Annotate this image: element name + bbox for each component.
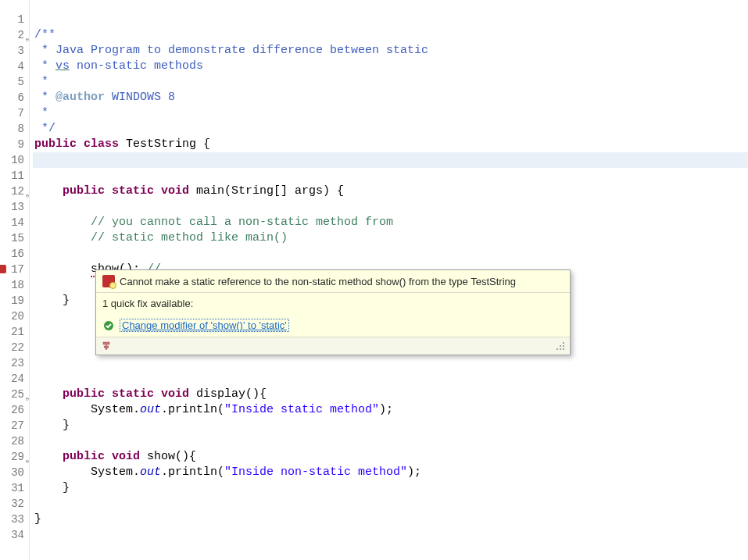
line-number: 34 — [0, 527, 24, 543]
line-number: 33 — [0, 512, 24, 527]
fold-collapse-icon[interactable]: ⊖ — [22, 188, 29, 195]
line-number: 14 — [0, 215, 24, 230]
tooltip-footer — [96, 337, 570, 355]
svg-rect-1 — [103, 342, 109, 344]
code-line[interactable]: } — [33, 480, 748, 496]
line-number: 26 — [0, 402, 24, 418]
line-number: 20 — [0, 309, 24, 324]
line-number: 27 — [0, 418, 24, 433]
error-marker-icon[interactable] — [0, 265, 6, 273]
line-number: 6 — [0, 90, 24, 105]
line-number: 4 — [0, 59, 24, 74]
error-lightbulb-icon — [102, 275, 115, 287]
line-number: 25⊖ — [0, 387, 24, 402]
code-line[interactable]: System.out.println("Inside static method… — [33, 402, 748, 418]
line-number: 32 — [0, 496, 24, 512]
code-line[interactable]: // you cannot call a non-static method f… — [33, 215, 748, 230]
line-number: 23 — [0, 355, 24, 371]
line-number: 1 — [0, 12, 24, 27]
code-line[interactable]: // static method like main() — [33, 230, 748, 246]
svg-point-3 — [563, 345, 564, 347]
line-number: 21 — [0, 324, 24, 340]
code-line[interactable]: */ — [33, 121, 748, 137]
fold-collapse-icon[interactable]: ⊖ — [22, 454, 29, 461]
code-line[interactable]: * — [33, 105, 748, 121]
code-line[interactable]: public static void main(String[] args) { — [33, 184, 748, 199]
line-number: 28 — [0, 433, 24, 449]
line-number: 22 — [0, 340, 24, 355]
code-line[interactable]: * vs non-static methods — [33, 59, 748, 74]
line-number: 31 — [0, 480, 24, 496]
code-line[interactable] — [33, 246, 748, 262]
tooltip-quickfix-row[interactable]: Change modifier of 'show()' to 'static' — [96, 314, 570, 337]
fold-collapse-icon[interactable]: ⊖ — [22, 32, 29, 39]
tooltip-quickfix-header: 1 quick fix available: — [102, 298, 193, 309]
line-number: 8 — [0, 121, 24, 137]
line-number: 10 — [0, 152, 24, 168]
error-tooltip-popup: Cannot make a static reference to the no… — [95, 269, 571, 355]
line-number: 12⊖ — [0, 184, 24, 199]
svg-point-7 — [557, 348, 558, 350]
tooltip-error-row: Cannot make a static reference to the no… — [96, 270, 570, 292]
code-line[interactable]: public static void display(){ — [33, 387, 748, 402]
svg-point-4 — [560, 345, 561, 347]
code-line[interactable]: } — [33, 512, 748, 527]
line-number: 2⊖ — [0, 27, 24, 43]
line-number: 30 — [0, 465, 24, 480]
code-line[interactable] — [33, 527, 748, 543]
code-line[interactable] — [33, 433, 748, 449]
line-number: 7 — [0, 105, 24, 121]
code-line[interactable]: * @author WINDOWS 8 — [33, 90, 748, 105]
line-number: 13 — [0, 199, 24, 215]
code-line[interactable]: public class TestString { — [33, 137, 748, 152]
line-number: 15 — [0, 230, 24, 246]
fold-collapse-icon[interactable]: ⊖ — [22, 391, 29, 398]
svg-point-5 — [563, 348, 564, 350]
code-line[interactable] — [33, 355, 748, 371]
code-line[interactable] — [33, 152, 748, 168]
code-line[interactable]: * Java Program to demonstrate difference… — [33, 43, 748, 59]
code-line[interactable]: public void show(){ — [33, 449, 748, 465]
line-number: 19 — [0, 293, 24, 309]
svg-point-6 — [560, 348, 561, 350]
tooltip-quickfix-header-row: 1 quick fix available: — [96, 292, 570, 314]
pin-icon[interactable] — [101, 341, 112, 351]
change-modifier-icon — [102, 319, 115, 332]
line-number-gutter: 12⊖3456789101112⊖13141516171819202122232… — [0, 0, 30, 560]
line-number: 9 — [0, 137, 24, 152]
line-number: 16 — [0, 246, 24, 262]
code-line[interactable] — [33, 371, 748, 387]
line-number: 5 — [0, 74, 24, 90]
code-line[interactable] — [33, 199, 748, 215]
line-number: 11 — [0, 168, 24, 184]
resize-grip-icon[interactable] — [556, 341, 565, 351]
code-line[interactable]: * — [33, 74, 748, 90]
code-line[interactable]: /** — [33, 27, 748, 43]
line-number: 17 — [0, 262, 24, 277]
line-number: 3 — [0, 43, 24, 59]
quickfix-link[interactable]: Change modifier of 'show()' to 'static' — [120, 319, 289, 332]
code-line[interactable] — [33, 496, 748, 512]
svg-point-2 — [563, 342, 564, 344]
line-number: 29⊖ — [0, 449, 24, 465]
code-line[interactable] — [33, 12, 748, 27]
line-number: 18 — [0, 277, 24, 293]
code-line[interactable]: } — [33, 418, 748, 433]
code-line[interactable]: System.out.println("Inside non-static me… — [33, 465, 748, 480]
line-number: 24 — [0, 371, 24, 387]
code-line[interactable] — [33, 168, 748, 184]
tooltip-error-message: Cannot make a static reference to the no… — [120, 276, 516, 287]
